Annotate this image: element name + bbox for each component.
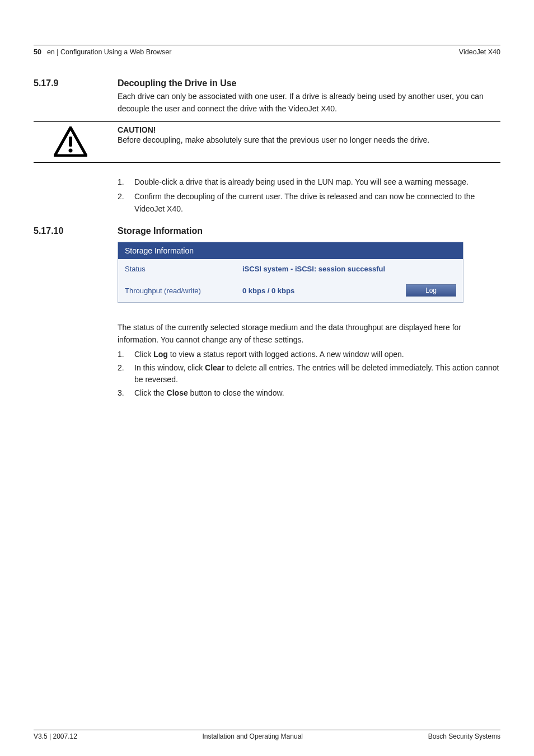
step-text: Click the Close button to close the wind… bbox=[134, 387, 500, 400]
step-text: Double-click a drive that is already bei… bbox=[134, 176, 500, 189]
page-footer: V3.5 | 2007.12 Installation and Operatin… bbox=[34, 732, 500, 740]
steps-list-2: 1. Click Log to view a status report wit… bbox=[118, 349, 500, 400]
step-text: In this window, click Clear to delete al… bbox=[134, 362, 500, 386]
caution-body: Before decoupling, make absolutely sure … bbox=[118, 134, 500, 147]
page-header: 50 en | Configuration Using a Web Browse… bbox=[34, 48, 500, 56]
step-number: 3. bbox=[118, 387, 134, 400]
throughput-value: 0 kbps / 0 kbps bbox=[242, 287, 406, 295]
section-number: 5.17.9 bbox=[34, 78, 118, 88]
section-intro: Each drive can only be associated with o… bbox=[118, 91, 500, 115]
text-frag: In this window, click bbox=[134, 363, 205, 372]
header-rule bbox=[34, 45, 500, 45]
list-item: 2. Confirm the decoupling of the current… bbox=[34, 191, 500, 215]
step-text: Click Log to view a status report with l… bbox=[134, 349, 500, 361]
panel-title: Storage Information bbox=[118, 242, 463, 259]
header-product: VideoJet X40 bbox=[459, 48, 500, 56]
footer-title: Installation and Operating Manual bbox=[203, 732, 303, 740]
page-content: 5.17.9 Decoupling the Drive in Use Each … bbox=[34, 78, 500, 401]
caution-icon-wrap bbox=[34, 125, 118, 159]
section-title: Storage Information bbox=[118, 226, 500, 236]
header-left: 50 en | Configuration Using a Web Browse… bbox=[34, 48, 171, 56]
page-number: 50 bbox=[34, 48, 41, 56]
list-item: 1. Click Log to view a status report wit… bbox=[118, 349, 500, 361]
step-number: 2. bbox=[118, 191, 134, 215]
text-frag: button to close the window. bbox=[188, 388, 284, 397]
throughput-row: Throughput (read/write) 0 kbps / 0 kbps … bbox=[118, 279, 463, 302]
footer-version: V3.5 | 2007.12 bbox=[34, 732, 77, 740]
throughput-label: Throughput (read/write) bbox=[125, 287, 242, 295]
caution-text: CAUTION! Before decoupling, make absolut… bbox=[118, 125, 500, 159]
list-item: 3. Click the Close button to close the w… bbox=[118, 387, 500, 400]
step-number: 1. bbox=[118, 349, 134, 361]
list-item: 1. Double-click a drive that is already … bbox=[34, 176, 500, 189]
breadcrumb: en | Configuration Using a Web Browser bbox=[47, 48, 172, 56]
footer-company: Bosch Security Systems bbox=[428, 732, 500, 740]
text-frag: Click bbox=[134, 350, 153, 359]
section-body: Decoupling the Drive in Use Each drive c… bbox=[118, 78, 500, 115]
caution-heading: CAUTION! bbox=[118, 125, 500, 134]
bold-log: Log bbox=[153, 350, 168, 359]
status-value: iSCSI system - iSCSI: session successful bbox=[242, 265, 456, 273]
storage-info-desc: The status of the currently selected sto… bbox=[118, 322, 500, 346]
svg-point-2 bbox=[69, 149, 73, 153]
bold-clear: Clear bbox=[205, 363, 224, 372]
bold-close: Close bbox=[167, 388, 188, 397]
caution-triangle-icon bbox=[54, 126, 87, 159]
text-frag: to view a status report with logged acti… bbox=[168, 350, 404, 359]
section-number: 5.17.10 bbox=[34, 226, 118, 236]
steps-list-1: 1. Double-click a drive that is already … bbox=[34, 176, 500, 215]
section-title: Decoupling the Drive in Use bbox=[118, 78, 500, 88]
storage-info-panel: Storage Information Status iSCSI system … bbox=[118, 242, 463, 303]
text-frag: Click the bbox=[134, 388, 167, 397]
step-number: 1. bbox=[118, 176, 134, 189]
log-button[interactable]: Log bbox=[406, 284, 456, 297]
step-text: Confirm the decoupling of the current us… bbox=[134, 191, 500, 215]
svg-rect-1 bbox=[69, 137, 72, 147]
step-number: 2. bbox=[118, 362, 134, 386]
section-decoupling: 5.17.9 Decoupling the Drive in Use Each … bbox=[34, 78, 500, 115]
section-storage-info: 5.17.10 Storage Information Storage Info… bbox=[34, 226, 500, 400]
section-body: Storage Information Storage Information … bbox=[118, 226, 500, 400]
status-label: Status bbox=[125, 265, 242, 273]
section-number-col: 5.17.10 bbox=[34, 226, 118, 400]
status-row: Status iSCSI system - iSCSI: session suc… bbox=[118, 259, 463, 279]
footer-rule bbox=[34, 730, 500, 730]
document-page: 50 en | Configuration Using a Web Browse… bbox=[0, 0, 534, 756]
list-item: 2. In this window, click Clear to delete… bbox=[118, 362, 500, 386]
section-number-col: 5.17.9 bbox=[34, 78, 118, 115]
caution-block: CAUTION! Before decoupling, make absolut… bbox=[34, 121, 500, 163]
